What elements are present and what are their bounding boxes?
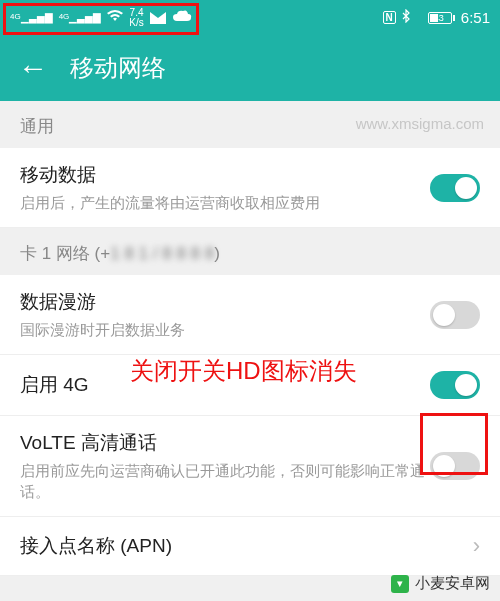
mobile-data-toggle[interactable] <box>430 174 480 202</box>
section-sim1: 卡 1 网络 (+1 8 1 / 8 8 8 8) <box>0 228 500 275</box>
page-title: 移动网络 <box>70 52 166 84</box>
volte-toggle[interactable] <box>430 452 480 480</box>
net-speed: 7.4K/s <box>129 8 143 28</box>
row-roaming[interactable]: 数据漫游 国际漫游时开启数据业务 <box>0 275 500 355</box>
watermark-url: www.xmsigma.com <box>356 115 484 132</box>
enable-4g-toggle[interactable] <box>430 371 480 399</box>
signal-2-icon: 4G▁▃▅▇ <box>59 12 102 23</box>
enable-4g-title: 启用 4G <box>20 372 89 398</box>
roaming-sub: 国际漫游时开启数据业务 <box>20 319 430 340</box>
roaming-title: 数据漫游 <box>20 289 430 315</box>
mobile-data-title: 移动数据 <box>20 162 430 188</box>
battery-icon: 43 <box>417 12 455 24</box>
wifi-icon <box>107 10 123 25</box>
status-bar: 4G▁▃▅▇ 4G▁▃▅▇ 7.4K/s N 43 6:51 <box>0 0 500 35</box>
row-volte[interactable]: VoLTE 高清通话 启用前应先向运营商确认已开通此功能，否则可能影响正常通话。 <box>0 416 500 517</box>
mail-icon <box>150 12 166 24</box>
volte-title: VoLTE 高清通话 <box>20 430 430 456</box>
volte-sub: 启用前应先向运营商确认已开通此功能，否则可能影响正常通话。 <box>20 460 430 502</box>
status-right: N 43 6:51 <box>383 9 490 26</box>
apn-title: 接入点名称 (APN) <box>20 533 172 559</box>
back-icon[interactable]: ← <box>18 53 48 83</box>
logo-icon: ▾ <box>391 575 409 593</box>
chevron-right-icon: › <box>473 533 480 559</box>
row-enable-4g[interactable]: 启用 4G <box>0 355 500 416</box>
nfc-icon: N <box>383 11 396 24</box>
status-left: 4G▁▃▅▇ 4G▁▃▅▇ 7.4K/s <box>10 8 192 28</box>
mobile-data-sub: 启用后，产生的流量将由运营商收取相应费用 <box>20 192 430 213</box>
weather-icon <box>172 9 192 26</box>
app-header: ← 移动网络 <box>0 35 500 101</box>
signal-1-icon: 4G▁▃▅▇ <box>10 12 53 23</box>
row-mobile-data[interactable]: 移动数据 启用后，产生的流量将由运营商收取相应费用 <box>0 148 500 228</box>
row-apn[interactable]: 接入点名称 (APN) › <box>0 517 500 576</box>
roaming-toggle[interactable] <box>430 301 480 329</box>
clock: 6:51 <box>461 9 490 26</box>
bluetooth-icon <box>402 9 411 26</box>
watermark-brand: ▾ 小麦安卓网 <box>391 574 490 593</box>
